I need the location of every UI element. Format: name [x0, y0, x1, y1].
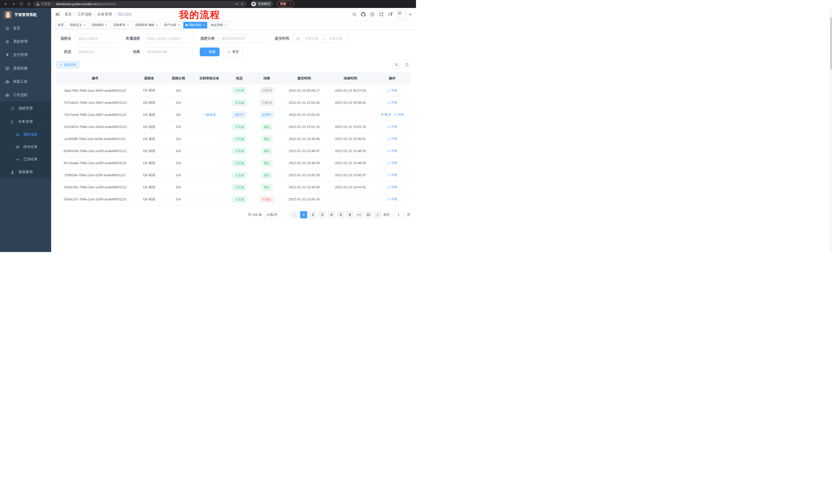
sidebar-item-研发工具[interactable]: 研发工具 — [0, 75, 51, 88]
help-icon[interactable]: ? — [370, 12, 374, 17]
cell-category: OA — [164, 109, 192, 121]
breadcrumb-item: 我的流程 — [118, 12, 132, 17]
font-size-icon[interactable]: TT — [388, 11, 393, 17]
browser-menu-icon[interactable] — [288, 2, 292, 6]
close-icon[interactable]: × — [127, 23, 129, 27]
tab-发起流程[interactable]: 发起流程× — [209, 22, 229, 29]
page-button-3[interactable]: 3 — [318, 211, 326, 218]
sidebar-item-任务管理[interactable]: 任务管理 — [0, 115, 51, 129]
table-row: 67c2eaab-7b9a-11ec-a290-acde48001122OA 请… — [56, 157, 411, 169]
not-secure-icon[interactable] — [36, 2, 40, 6]
page-button-11[interactable]: 11 — [365, 211, 372, 218]
app-logo[interactable]: 芋道管理系统 — [0, 8, 51, 22]
action-详情[interactable]: 详情 — [387, 88, 397, 93]
action-详情[interactable]: 详情 — [387, 149, 397, 153]
search-button[interactable]: 搜索 — [200, 48, 219, 56]
cell-end-time: 2022-01-22 23:46:09 — [327, 157, 373, 169]
sidebar-item-基础设施[interactable]: 基础设施 — [0, 62, 51, 75]
edit-icon — [394, 113, 397, 116]
sidebar-item-我的流程[interactable]: 我的流程 — [0, 129, 51, 141]
search-icon[interactable] — [352, 12, 357, 17]
tab-流程表单-编辑[interactable]: 流程表单-编辑× — [133, 22, 160, 29]
chevron-down-icon[interactable]: ▼ — [409, 13, 412, 16]
breadcrumb-item[interactable]: 首页 — [64, 12, 72, 17]
refresh-table-button[interactable] — [403, 61, 411, 68]
tab-流程定义[interactable]: 流程定义× — [67, 22, 88, 29]
password-key-icon[interactable] — [235, 2, 239, 6]
toolbox-icon — [5, 80, 9, 84]
reset-button[interactable]: 重置 — [223, 48, 243, 56]
browser-back-icon[interactable] — [3, 1, 9, 7]
sidebar-item-已办任务[interactable]: 已办任务 — [0, 153, 51, 165]
status-select[interactable]: 请选择状态 — [75, 48, 118, 56]
process-definition-input[interactable] — [144, 34, 192, 43]
chevron-down-icon — [261, 37, 264, 40]
page-button-1[interactable]: 1 — [300, 211, 307, 218]
show-search-button[interactable] — [392, 61, 400, 68]
edit-icon — [387, 198, 390, 201]
browser-forward-icon[interactable] — [10, 1, 17, 7]
sidebar-item-请假查询[interactable]: 请假查询 — [0, 165, 51, 179]
date-range-picker[interactable]: 开始日期 - 结束日期 — [293, 34, 349, 43]
page-button-6[interactable]: 6 — [346, 211, 354, 218]
action-详情[interactable]: 详情 — [387, 197, 397, 201]
close-icon[interactable]: × — [105, 23, 107, 27]
start-process-button[interactable]: 发起流程 — [56, 61, 79, 68]
fullscreen-icon[interactable] — [379, 12, 384, 17]
avatar[interactable] — [397, 10, 406, 19]
task-link[interactable]: 一级审批 — [203, 113, 216, 117]
process-name-input[interactable] — [75, 34, 118, 43]
svg-text:?: ? — [372, 13, 373, 16]
chrome-update-button[interactable]: 更新 — [277, 1, 294, 7]
browser-reload-icon[interactable] — [18, 1, 24, 7]
github-icon[interactable] — [361, 12, 366, 17]
page-size-select[interactable]: 10条/页 — [264, 211, 289, 218]
result-select[interactable]: 请选择流结果 — [144, 48, 192, 56]
page-button-2[interactable]: 2 — [309, 211, 316, 218]
hamburger-icon[interactable] — [55, 12, 60, 17]
chevron-down-icon — [44, 80, 47, 83]
breadcrumb: 首页/工作流程/任务管理/我的流程 — [64, 12, 132, 17]
cell-actions: 详情 — [373, 169, 411, 181]
action-详情[interactable]: 详情 — [387, 173, 397, 177]
address-bar[interactable]: 不安全 dashboard.yudao.iocoder.cn/bpm/task/… — [33, 1, 247, 7]
cell-category: OA — [164, 157, 192, 169]
sidebar-item-待办任务[interactable]: 待办任务 — [0, 141, 51, 153]
tab-首页[interactable]: 首页 — [55, 22, 66, 29]
bookmark-star-icon[interactable] — [240, 2, 244, 6]
category-select[interactable]: 请选择流程分类 — [218, 34, 267, 43]
goto-page-input[interactable] — [393, 211, 405, 218]
tab-流程模型[interactable]: 流程模型× — [89, 22, 110, 29]
action-取消[interactable]: 取消 — [381, 113, 391, 117]
action-详情[interactable]: 详情 — [387, 124, 397, 129]
sidebar-item-流程管理[interactable]: 流程管理 — [0, 102, 51, 115]
action-详情[interactable]: 详情 — [387, 161, 397, 165]
filter-label-process-def: 所属流程 — [125, 36, 140, 41]
action-详情[interactable]: 详情 — [387, 101, 397, 105]
page-button-5[interactable]: 5 — [337, 211, 344, 218]
action-详情[interactable]: 详情 — [387, 137, 397, 141]
sidebar-item-工作流程[interactable]: 工作流程 — [0, 88, 51, 102]
eyeclosed-icon — [16, 157, 20, 162]
breadcrumb-item[interactable]: 任务管理 — [98, 12, 112, 17]
action-详情[interactable]: 详情 — [387, 185, 397, 189]
action-详情[interactable]: 详情 — [394, 113, 404, 117]
close-icon[interactable]: × — [178, 23, 180, 27]
page-ellipsis[interactable]: ••• — [356, 211, 363, 218]
sidebar-item-首页[interactable]: 首页 — [0, 22, 51, 35]
close-icon[interactable]: × — [203, 23, 205, 27]
close-icon[interactable]: × — [156, 23, 158, 27]
breadcrumb-item[interactable]: 工作流程 — [77, 12, 92, 17]
chevron-down-icon — [44, 53, 47, 57]
sidebar-item-系统管理[interactable]: 系统管理 — [0, 35, 51, 48]
next-page-button[interactable]: › — [374, 211, 381, 218]
sidebar-item-支付管理[interactable]: ¥支付管理 — [0, 48, 51, 62]
close-icon[interactable]: × — [83, 23, 86, 27]
prev-page-button[interactable]: ‹ — [291, 211, 298, 218]
tab-我的流程[interactable]: 我的流程× — [183, 22, 207, 29]
page-button-4[interactable]: 4 — [328, 211, 335, 218]
close-icon[interactable]: × — [225, 23, 227, 27]
browser-home-icon[interactable] — [26, 1, 32, 7]
tab-用户分组[interactable]: 用户分组× — [161, 22, 182, 29]
tab-流程表单[interactable]: 流程表单× — [111, 22, 131, 29]
